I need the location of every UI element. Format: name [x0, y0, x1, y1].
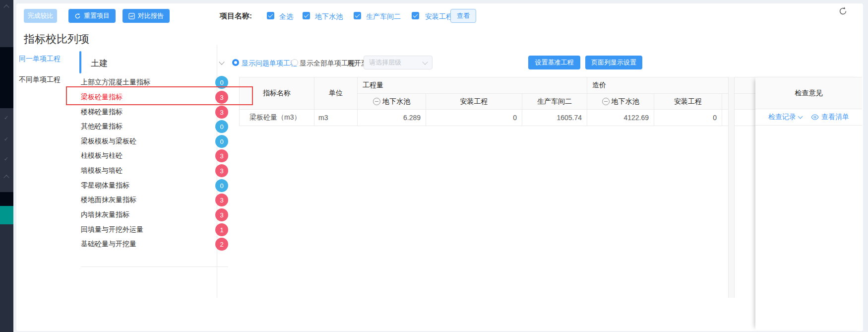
checkbox-label-installation[interactable]: 安装工程 — [425, 12, 453, 21]
chevron-down-icon — [422, 59, 428, 65]
fixed-inspect-column: 检查意见 检查记录 查看清单 — [755, 77, 862, 330]
reset-project-button[interactable]: 重置项目 — [68, 9, 116, 23]
tree-group-civil[interactable]: 土建 — [91, 58, 108, 69]
item-count-badge: 3 — [215, 149, 228, 162]
radio-show-problem-projects[interactable] — [232, 59, 239, 66]
project-name-label: 项目名称: — [220, 11, 252, 21]
tree-item[interactable]: 梁板模板与梁板砼 — [81, 137, 136, 146]
item-count-badge: 3 — [215, 164, 228, 177]
item-count-badge: 0 — [215, 120, 228, 133]
tree-item-label: 零星砌体量指标 — [81, 181, 129, 189]
tree-item-label: 楼地面抹灰量指标 — [81, 196, 136, 203]
sidebar-section — [0, 192, 13, 206]
tree-item[interactable]: 回填量与开挖外运量 — [81, 225, 143, 234]
tree-item-label: 回填量与开挖外运量 — [81, 225, 143, 233]
page: ✓ ✓ ✓ 完成较比 重置项目 对比报告 项目名称: 全选 地下水池 生产车间二… — [0, 0, 868, 332]
tree-item[interactable]: 基础砼量与开挖量 — [81, 240, 136, 249]
item-count-badge: 3 — [215, 106, 228, 119]
collapse-minus-icon[interactable] — [602, 98, 610, 105]
tree-item-label: 其他砼量指标 — [81, 122, 123, 130]
tree-item[interactable]: 楼地面抹灰量指标 — [81, 196, 136, 204]
table-vertical-scrollbar[interactable] — [728, 77, 735, 298]
subcol-header-partial — [722, 94, 756, 110]
cell-partial — [722, 110, 756, 126]
item-count-badge: 3 — [215, 194, 228, 206]
item-count-badge: 3 — [215, 208, 228, 221]
checkbox-label-select-all[interactable]: 全选 — [279, 12, 293, 21]
compare-report-button[interactable]: 对比报告 — [123, 9, 170, 23]
item-count-badge: 0 — [215, 179, 228, 192]
level-select[interactable]: 请选择层级 — [364, 56, 433, 69]
cell-quantity-pool: 6.289 — [358, 110, 426, 126]
tree-item[interactable]: 上部立方混凝土量指标 — [81, 78, 150, 87]
indicator-table: 指标名称 单位 工程量 造价 地下水池 安装工程 生产车间二 地下水池 安装工程… — [239, 77, 756, 126]
sidebar-active-indicator[interactable] — [0, 206, 13, 224]
reset-project-label: 重置项目 — [84, 11, 110, 20]
refresh-icon — [74, 13, 81, 19]
tree-item[interactable]: 其他砼量指标 — [81, 122, 123, 131]
tree-item[interactable]: 内墙抹灰量指标 — [81, 210, 129, 219]
column-display-settings-button[interactable]: 页面列显示设置 — [585, 56, 642, 69]
checkbox-select-all[interactable] — [267, 12, 274, 19]
check-icon: ✓ — [4, 115, 8, 121]
active-tab-indicator — [79, 51, 81, 73]
item-count-badge: 0 — [215, 135, 228, 148]
cell-cost-pool: 4122.69 — [587, 110, 654, 126]
item-count-badge: 1 — [215, 223, 228, 236]
subcol-header-cost-install: 安装工程 — [654, 94, 722, 110]
checkbox-label-workshop2[interactable]: 生产车间二 — [366, 12, 401, 21]
eye-icon — [811, 114, 819, 120]
tree-item-label: 楼梯砼量指标 — [81, 108, 123, 116]
tree-item[interactable]: 柱模板与柱砼 — [81, 151, 123, 160]
subcol-header-quantity-install: 安装工程 — [426, 94, 522, 110]
cell-unit: m3 — [314, 110, 358, 126]
check-icon: ✓ — [4, 156, 8, 162]
page-title: 指标校比列项 — [24, 32, 89, 47]
finish-compare-button[interactable]: 完成较比 — [24, 9, 57, 23]
tree-item-label: 内墙抹灰量指标 — [81, 210, 129, 218]
checkbox-workshop2[interactable] — [354, 12, 361, 19]
subcol-header-quantity-pool: 地下水池 — [358, 94, 426, 110]
checkbox-underground-pool[interactable] — [303, 12, 310, 19]
chevron-down-icon[interactable] — [798, 114, 803, 119]
radio-show-all-projects[interactable] — [291, 59, 298, 66]
sidebar-section-bottom — [0, 224, 13, 332]
cell-indicator-name: 梁板砼量（m3） — [240, 110, 314, 126]
radio-label-show-problem[interactable]: 显示问题单项工程 — [242, 59, 297, 68]
tab-different-unit-project[interactable]: 不同单项工程 — [19, 75, 61, 84]
tree-item[interactable]: 零星砌体量指标 — [81, 181, 129, 190]
tree-item-label: 基础砼量与开挖量 — [81, 240, 136, 248]
view-detail-link[interactable]: 查看清单 — [821, 113, 849, 122]
cell-inspect-opinion: 检查记录 查看清单 — [755, 109, 862, 126]
view-button[interactable]: 查看 — [450, 9, 476, 23]
checkbox-label-underground-pool[interactable]: 地下水池 — [315, 12, 343, 21]
highlight-annotation-box — [66, 86, 253, 105]
content-card — [16, 3, 863, 331]
tree-item-label: 墙模板与墙砼 — [81, 166, 123, 174]
inspect-record-link[interactable]: 检查记录 — [768, 113, 796, 122]
page-refresh-icon[interactable] — [838, 6, 848, 18]
set-baseline-project-button[interactable]: 设置基准工程 — [528, 56, 580, 69]
compare-report-label: 对比报告 — [138, 11, 164, 20]
tree-item[interactable]: 墙模板与墙砼 — [81, 166, 123, 175]
report-chart-icon — [128, 13, 135, 19]
cell-cost-install: 0 — [654, 110, 722, 126]
tree-item-label: 柱模板与柱砼 — [81, 151, 123, 159]
tree-item[interactable]: 楼梯砼量指标 — [81, 108, 123, 117]
collapse-minus-icon[interactable] — [373, 98, 380, 105]
subcol-header-quantity-workshop2: 生产车间二 — [522, 94, 587, 110]
tree-item-label: 梁板模板与梁板砼 — [81, 137, 136, 145]
subcol-header-cost-pool: 地下水池 — [587, 94, 654, 110]
group-header-quantity: 工程量 — [358, 77, 587, 94]
tab-same-unit-project[interactable]: 同一单项工程 — [19, 55, 61, 64]
panel-divider — [81, 266, 228, 267]
tree-item-label: 上部立方混凝土量指标 — [81, 78, 150, 86]
check-icon: ✓ — [4, 136, 8, 142]
cell-quantity-workshop2: 1605.74 — [522, 110, 587, 126]
chevron-up-icon[interactable] — [3, 4, 9, 10]
col-header-inspect-opinion: 检查意见 — [755, 77, 862, 109]
tree-collapse-chevron-icon[interactable] — [220, 62, 224, 64]
chevron-up-icon[interactable] — [3, 175, 9, 180]
sidebar-section — [0, 47, 13, 108]
checkbox-installation[interactable] — [412, 12, 419, 19]
